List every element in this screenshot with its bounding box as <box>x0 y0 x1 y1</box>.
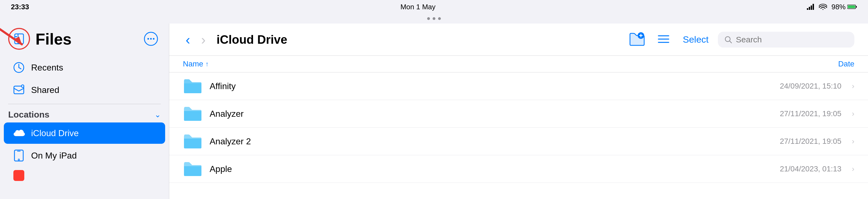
chevron-down-icon[interactable]: ⌄ <box>154 110 161 119</box>
nav-title: iCloud Drive <box>214 33 620 47</box>
sidebar-item-label: Recents <box>31 63 63 73</box>
file-date: 21/04/2023, 01:13 <box>780 165 841 173</box>
battery-indicator: 98% <box>831 3 857 11</box>
files-title: Files <box>30 30 141 48</box>
table-row[interactable]: Analyzer 27/11/2021, 19:05 › <box>169 100 868 127</box>
back-button[interactable]: ‹ <box>183 33 193 47</box>
svg-rect-5 <box>856 6 857 8</box>
svg-point-14 <box>147 38 149 40</box>
svg-point-22 <box>22 85 24 87</box>
svg-line-19 <box>19 67 21 69</box>
extra-icon <box>12 169 26 182</box>
svg-rect-3 <box>813 4 814 10</box>
svg-rect-6 <box>848 5 855 8</box>
book-icon <box>13 33 25 45</box>
wifi-icon <box>819 4 827 10</box>
ipad-icon <box>12 149 26 162</box>
svg-rect-9 <box>15 36 17 37</box>
nav-bar: ‹ › iCloud Drive <box>169 24 868 56</box>
select-button[interactable]: Select <box>679 31 713 48</box>
chevron-right-icon: › <box>852 165 854 173</box>
svg-rect-0 <box>807 8 808 10</box>
battery-icon <box>847 4 857 9</box>
file-date: 24/09/2021, 15:10 <box>780 82 841 90</box>
file-date: 27/11/2021, 19:05 <box>780 109 841 118</box>
status-time: 23:33 <box>11 3 29 11</box>
date-column-header: Date <box>838 60 854 68</box>
list-view-button[interactable] <box>653 30 674 49</box>
more-options-button[interactable] <box>141 29 161 49</box>
svg-line-34 <box>730 41 732 43</box>
column-headers: Name ↑ Date <box>169 56 868 73</box>
new-folder-icon <box>629 32 645 47</box>
recents-icon <box>12 61 26 74</box>
locations-section-header: Locations ⌄ <box>0 107 169 122</box>
forward-button[interactable]: › <box>198 33 209 47</box>
search-icon <box>724 36 732 44</box>
svg-rect-1 <box>809 7 810 10</box>
signal-icon <box>807 4 814 10</box>
status-date: Mon 1 May <box>400 3 436 11</box>
table-row[interactable]: Analyzer 2 27/11/2021, 19:05 › <box>169 127 868 155</box>
sort-arrow-icon: ↑ <box>206 60 209 68</box>
table-row[interactable]: Apple 21/04/2023, 01:13 › <box>169 155 868 183</box>
svg-rect-10 <box>15 38 17 39</box>
chevron-right-icon: › <box>852 82 854 90</box>
folder-icon <box>183 78 203 94</box>
sidebar-item-on-my-ipad[interactable]: On My iPad <box>4 145 165 166</box>
folder-icon <box>183 106 203 122</box>
three-dots <box>427 17 441 20</box>
file-name: Apple <box>210 164 773 174</box>
status-right: 98% <box>807 3 857 11</box>
sidebar-divider <box>8 104 161 104</box>
sidebar-item-label: iCloud Drive <box>31 128 79 138</box>
icloud-icon <box>12 126 26 140</box>
chevron-right-icon: › <box>852 137 854 146</box>
folder-icon <box>183 161 203 177</box>
svg-rect-23 <box>14 150 23 161</box>
chevron-right-icon: › <box>852 109 854 118</box>
sidebar-item-extra[interactable] <box>4 167 165 184</box>
sort-name-button[interactable]: Name ↑ <box>183 60 209 68</box>
sidebar-item-shared[interactable]: Shared <box>4 79 165 101</box>
file-name: Analyzer 2 <box>210 136 773 146</box>
list-view-icon <box>656 33 671 45</box>
more-circle-icon <box>144 32 158 46</box>
search-bar <box>718 32 854 48</box>
search-input[interactable] <box>736 35 848 44</box>
new-folder-button[interactable] <box>626 29 648 50</box>
sidebar-item-recents[interactable]: Recents <box>4 57 165 78</box>
content-area: ‹ › iCloud Drive <box>169 24 868 199</box>
sidebar: Files Recents <box>0 24 169 199</box>
file-name: Affinity <box>210 81 773 91</box>
file-name: Analyzer <box>210 109 773 119</box>
sidebar-item-label: On My iPad <box>31 151 77 161</box>
table-row[interactable]: Affinity 24/09/2021, 15:10 › <box>169 73 868 100</box>
svg-point-16 <box>153 38 154 40</box>
folder-icon <box>183 133 203 149</box>
sidebar-toggle-icon[interactable] <box>8 28 30 50</box>
sidebar-item-icloud-drive[interactable]: iCloud Drive <box>4 122 165 144</box>
top-menu-bar <box>0 14 868 24</box>
file-list: Affinity 24/09/2021, 15:10 › Analyzer 27… <box>169 73 868 199</box>
shared-icon <box>12 83 26 97</box>
svg-rect-26 <box>13 170 24 181</box>
locations-label: Locations <box>8 110 50 120</box>
sidebar-item-label: Shared <box>31 85 59 95</box>
file-date: 27/11/2021, 19:05 <box>780 137 841 146</box>
svg-point-24 <box>18 159 20 161</box>
svg-point-15 <box>150 38 152 40</box>
svg-rect-2 <box>811 5 812 10</box>
